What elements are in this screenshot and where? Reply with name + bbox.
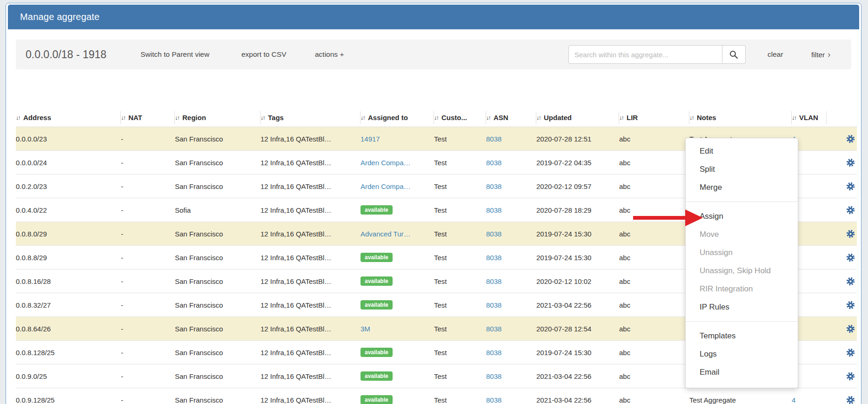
updated-cell-text: 2019-07-22 04:35 <box>536 159 591 167</box>
asn-cell-text[interactable]: 8038 <box>486 301 501 309</box>
menu-item-merge[interactable]: Merge <box>686 178 798 196</box>
nat-cell: - <box>121 372 175 380</box>
column-header-nat[interactable]: ↓↑NAT <box>121 111 175 124</box>
menu-item-ip-rules[interactable]: IP Rules <box>686 298 798 316</box>
assigned-to-cell: available <box>361 276 434 286</box>
assigned-to-cell: Arden Compa… <box>361 182 434 190</box>
assigned-to-cell: Arden Compa… <box>361 159 434 167</box>
row-actions-gear[interactable] <box>846 301 857 310</box>
switch-parent-view-button[interactable]: Switch to Parent view <box>140 50 209 59</box>
updated-cell: 2020-07-28 12:54 <box>536 325 619 333</box>
available-badge: available <box>361 348 393 357</box>
address-cell-text: 0.0.8.0/29 <box>16 230 47 238</box>
assigned-to-link[interactable]: 3M <box>361 325 370 333</box>
customer-cell: Test <box>434 277 486 285</box>
lir-cell: abc <box>619 206 689 214</box>
asn-cell-text[interactable]: 8038 <box>486 277 501 285</box>
lir-cell: abc <box>619 325 689 333</box>
address-cell-text: 0.0.8.128/25 <box>16 349 54 357</box>
toolbar: 0.0.0.0/18 - 1918 Switch to Parent view … <box>16 40 851 69</box>
address-cell: 0.0.8.16/28 <box>16 277 121 285</box>
menu-item-templates[interactable]: Templates <box>686 327 798 345</box>
column-header-region[interactable]: ↓↑Region <box>175 111 260 124</box>
asn-cell-text[interactable]: 8038 <box>486 254 501 262</box>
nat-cell-text: - <box>121 301 123 309</box>
asn-cell-text[interactable]: 8038 <box>486 182 501 190</box>
column-header-address[interactable]: ↓↑Address <box>16 111 121 124</box>
column-header-vlan[interactable]: ↓↑VLAN <box>792 111 827 124</box>
menu-item-edit[interactable]: Edit <box>686 142 798 160</box>
tags-cell-text: 12 Infra,16 QATestBl… <box>260 277 331 285</box>
search-input[interactable] <box>568 45 722 64</box>
row-actions-gear[interactable] <box>846 277 857 286</box>
asn-cell-text[interactable]: 8038 <box>486 206 501 214</box>
customer-cell-text: Test <box>434 349 447 357</box>
clear-button[interactable]: clear <box>768 50 783 59</box>
lir-cell-text: abc <box>619 159 630 167</box>
asn-cell-text[interactable]: 8038 <box>486 159 501 167</box>
sort-icon: ↓↑ <box>121 114 125 121</box>
nat-cell: - <box>121 325 175 333</box>
column-header-asn[interactable]: ↓↑ASN <box>486 111 536 124</box>
asn-cell-text[interactable]: 8038 <box>486 230 501 238</box>
address-cell-text: 0.0.2.0/23 <box>16 182 47 190</box>
row-actions-gear[interactable] <box>846 324 857 333</box>
manage-aggregate-panel: Manage aggregate 0.0.0.0/18 - 1918 Switc… <box>6 3 861 404</box>
asn-cell-text[interactable]: 8038 <box>486 325 501 333</box>
nat-cell: - <box>121 206 175 214</box>
row-actions-gear[interactable] <box>846 135 857 143</box>
row-actions-gear[interactable] <box>846 206 857 215</box>
asn-cell-text[interactable]: 8038 <box>486 396 501 404</box>
asn-cell-text[interactable]: 8038 <box>486 349 501 357</box>
nat-cell-text: - <box>121 325 123 333</box>
row-actions-gear[interactable] <box>846 182 857 191</box>
nat-cell: - <box>121 159 175 167</box>
menu-item-unassign-skip-hold: Unassign, Skip Hold <box>686 262 798 280</box>
region-cell: San Franscisco <box>175 301 260 309</box>
menu-item-email[interactable]: Email <box>686 363 798 381</box>
address-cell-text: 0.0.8.8/29 <box>16 254 47 262</box>
row-actions-gear[interactable] <box>846 253 857 262</box>
assigned-to-link[interactable]: Arden Compa… <box>361 182 411 190</box>
menu-item-logs[interactable]: Logs <box>686 345 798 363</box>
menu-divider <box>686 321 798 322</box>
row-actions-gear[interactable] <box>846 372 857 381</box>
row-actions-gear[interactable] <box>846 229 857 238</box>
region-cell-text: San Franscisco <box>175 277 223 285</box>
updated-cell: 2020-07-28 12:51 <box>536 135 619 143</box>
column-header-assigned-to[interactable]: ↓↑Assigned to <box>361 111 434 124</box>
column-header-updated[interactable]: ↓↑Updated <box>536 111 619 124</box>
notes-cell: Test Aggregate <box>689 396 792 404</box>
updated-cell-text: 2020-02-12 09:57 <box>536 182 591 190</box>
row-actions-gear[interactable] <box>846 396 857 404</box>
column-header-lir[interactable]: ↓↑LIR <box>619 111 689 124</box>
actions-menu-button[interactable]: actions + <box>315 50 344 59</box>
asn-cell-text[interactable]: 8038 <box>486 372 501 380</box>
sort-icon: ↓↑ <box>361 114 365 121</box>
updated-cell-text: 2021-03-04 22:56 <box>536 372 591 380</box>
column-header-label: VLAN <box>799 114 818 121</box>
asn-cell: 8038 <box>486 301 536 309</box>
export-csv-button[interactable]: export to CSV <box>241 50 287 59</box>
updated-cell: 2019-07-24 15:30 <box>536 349 619 357</box>
nat-cell-text: - <box>121 372 123 380</box>
column-header-notes[interactable]: ↓↑Notes <box>689 111 792 124</box>
row-actions-gear[interactable] <box>846 158 857 167</box>
assigned-to-link[interactable]: 14917 <box>361 135 380 143</box>
column-header-tags[interactable]: ↓↑Tags <box>260 111 361 124</box>
filter-toggle[interactable]: filter› <box>811 50 830 60</box>
search-button[interactable] <box>722 45 746 64</box>
table-row[interactable]: 0.0.9.128/25-San Franscisco12 Infra,16 Q… <box>16 388 857 404</box>
lir-cell-text: abc <box>619 396 630 404</box>
row-actions-gear[interactable] <box>846 348 857 357</box>
assigned-to-link[interactable]: Advanced Tur… <box>361 230 411 238</box>
vlan-cell-text[interactable]: 4 <box>792 396 795 404</box>
customer-cell: Test <box>434 254 486 262</box>
assigned-to-link[interactable]: Arden Compa… <box>361 159 411 167</box>
menu-item-assign[interactable]: Assign <box>686 207 798 225</box>
assigned-to-cell: available <box>361 348 434 357</box>
lir-cell-text: abc <box>619 277 630 285</box>
column-header-custo[interactable]: ↓↑Custo... <box>434 111 486 124</box>
asn-cell-text[interactable]: 8038 <box>486 135 501 143</box>
menu-item-split[interactable]: Split <box>686 160 798 178</box>
